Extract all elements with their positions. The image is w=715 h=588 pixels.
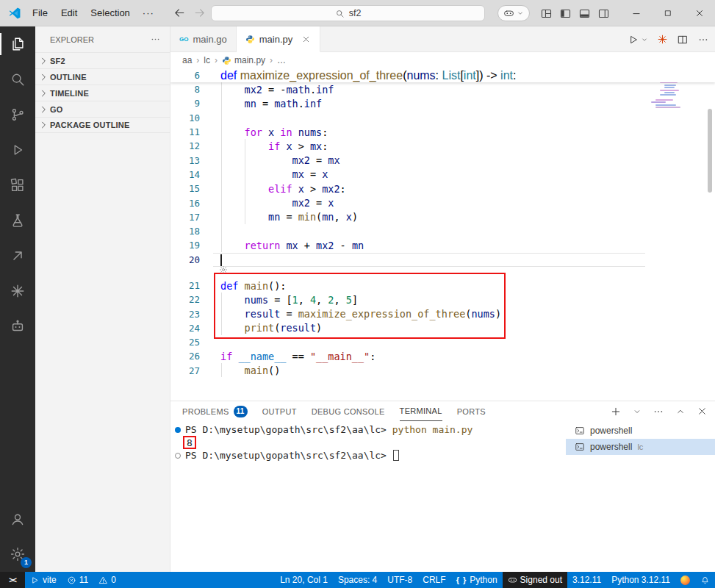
activity-accounts[interactable]	[0, 501, 35, 537]
activity-ai-tools[interactable]	[0, 309, 35, 344]
line-number[interactable]: 27	[170, 365, 200, 376]
status-notifications[interactable]	[695, 572, 715, 588]
sidebar-section-sf2[interactable]: SF2	[35, 52, 170, 68]
line-number[interactable]: 19	[170, 240, 200, 251]
command-decoration-pending[interactable]	[175, 453, 181, 459]
activity-testing[interactable]	[0, 203, 35, 238]
panel-tab-problems[interactable]: PROBLEMS11	[182, 401, 248, 421]
back-button[interactable]	[173, 7, 186, 19]
menu-more[interactable]: ···	[137, 7, 160, 18]
close-window-button[interactable]	[683, 0, 715, 26]
line-number[interactable]: 17	[170, 212, 200, 223]
code-line-12[interactable]: 12 if x > mx:	[170, 139, 715, 153]
maximize-button[interactable]	[652, 0, 683, 26]
code-line-15[interactable]: 15 elif x > mx2:	[170, 182, 715, 196]
status-indentation[interactable]: Spaces: 4	[333, 572, 382, 588]
status-task-vite[interactable]: vite	[25, 572, 62, 588]
code-line-20[interactable]: 20	[170, 253, 715, 267]
menu-edit[interactable]: Edit	[54, 0, 84, 26]
toggle-panel-icon[interactable]	[578, 7, 591, 20]
line-number[interactable]: 12	[170, 140, 200, 151]
line-number[interactable]: 14	[170, 169, 200, 180]
code-line-27[interactable]: 27 main()	[170, 364, 715, 378]
activity-source-control[interactable]	[0, 97, 35, 132]
starburst-red-icon[interactable]	[657, 34, 668, 45]
line-number[interactable]: 23	[170, 309, 200, 320]
activity-run-and-debug[interactable]	[0, 132, 35, 168]
line-number[interactable]: 25	[170, 337, 200, 348]
menu-selection[interactable]: Selection	[84, 0, 136, 26]
activity-search[interactable]	[0, 62, 35, 97]
sticky-scroll-line[interactable]: 6def maximize_expression_of_three(nums: …	[170, 68, 715, 82]
status-language-mode[interactable]: { }Python	[451, 572, 503, 588]
activity-extensions[interactable]	[0, 168, 35, 203]
editor-scrollbar[interactable]	[708, 109, 712, 193]
close-tab-icon[interactable]	[301, 35, 311, 44]
line-number[interactable]: 11	[170, 126, 200, 137]
activity-settings[interactable]: 1	[0, 537, 35, 572]
code-line-9[interactable]: 9 mn = math.inf	[170, 96, 715, 110]
more-actions-icon[interactable]	[150, 34, 161, 45]
breadcrumb-item-1[interactable]: lc	[204, 55, 210, 65]
activity-publish[interactable]	[0, 238, 35, 273]
line-number[interactable]: 26	[170, 351, 200, 362]
status-cursor-position[interactable]: Ln 20, Col 1	[275, 572, 333, 588]
maximize-panel-icon[interactable]	[675, 406, 686, 417]
command-center-search[interactable]: sf2	[211, 5, 485, 21]
line-number[interactable]: 9	[170, 98, 200, 109]
sidebar-section-outline[interactable]: OUTLINE	[35, 68, 170, 85]
terminal[interactable]: PS D:\mysetup\gopath\src\sf2\aa\lc> pyth…	[170, 421, 566, 572]
code-line-26[interactable]: 26if __name__ == "__main__":	[170, 349, 715, 363]
copilot-menu-button[interactable]	[497, 5, 530, 21]
new-terminal-icon[interactable]	[610, 406, 622, 417]
command-decoration-success[interactable]	[175, 427, 181, 433]
terminal-tab-0[interactable]: powershell	[566, 423, 715, 439]
sidebar-section-timeline[interactable]: TIMELINE	[35, 85, 170, 101]
panel-tab-debug-console[interactable]: DEBUG CONSOLE	[312, 401, 385, 421]
code-line-17[interactable]: 17 mn = min(mn, x)	[170, 210, 715, 224]
status-copilot-status[interactable]: Signed out	[503, 572, 567, 588]
code-line-11[interactable]: 11 for x in nums:	[170, 125, 715, 139]
line-number[interactable]: 10	[170, 112, 200, 123]
more-actions-icon[interactable]	[653, 406, 664, 417]
line-number[interactable]: 21	[170, 280, 200, 291]
sidebar-section-go[interactable]: GO	[35, 101, 170, 117]
code-line-13[interactable]: 13 mx2 = mx	[170, 153, 715, 167]
code-line-19[interactable]: 19 return mx + mx2 - mn	[170, 238, 715, 252]
status-firefox-debug[interactable]	[675, 572, 695, 588]
customize-layout-icon[interactable]	[540, 7, 553, 20]
status-problems-warnings[interactable]: 0	[93, 572, 121, 588]
activity-explorer[interactable]	[0, 26, 35, 62]
terminal-dropdown-icon[interactable]	[633, 407, 642, 416]
sidebar-section-package-outline[interactable]: PACKAGE OUTLINE	[35, 117, 170, 133]
breadcrumb-item-3[interactable]: …	[277, 55, 286, 65]
line-number[interactable]: 18	[170, 226, 200, 237]
status-python-interpreter[interactable]: Python 3.12.11	[606, 572, 675, 588]
status-problems-errors[interactable]: 11	[62, 572, 93, 588]
toggle-primary-sidebar-icon[interactable]	[559, 7, 572, 20]
code-line-14[interactable]: 14 mx = x	[170, 168, 715, 182]
status-encoding[interactable]: UTF-8	[382, 572, 417, 588]
line-number[interactable]: 15	[170, 183, 200, 194]
panel-tab-terminal[interactable]: TERMINAL	[400, 401, 442, 421]
code-line-16[interactable]: 16 mx2 = x	[170, 196, 715, 209]
breadcrumb-item-2[interactable]: main.py	[222, 55, 265, 65]
line-number[interactable]: 22	[170, 294, 200, 305]
line-number[interactable]: 16	[170, 198, 200, 209]
line-number[interactable]: 8	[170, 84, 200, 95]
split-editor-icon[interactable]	[677, 34, 689, 46]
line-number[interactable]: 20	[170, 254, 200, 265]
code-action-s parkle-icon[interactable]	[219, 265, 228, 274]
run-python-file-button[interactable]	[628, 34, 648, 46]
status-end-of-line[interactable]: CRLF	[417, 572, 450, 588]
status-remote-indicator[interactable]: ><	[0, 572, 25, 588]
status-python-version[interactable]: 3.12.11	[567, 572, 606, 588]
line-number[interactable]: 24	[170, 323, 200, 334]
line-number[interactable]: 13	[170, 155, 200, 166]
code-editor[interactable]: 6def maximize_expression_of_three(nums: …	[170, 68, 715, 401]
terminal-tab-1[interactable]: powershelllc	[566, 439, 715, 455]
tab-main-py[interactable]: main.py	[237, 26, 321, 52]
panel-tab-ports[interactable]: PORTS	[457, 401, 486, 421]
breadcrumb-item-0[interactable]: aa	[182, 55, 192, 65]
more-actions-icon[interactable]	[697, 34, 709, 46]
